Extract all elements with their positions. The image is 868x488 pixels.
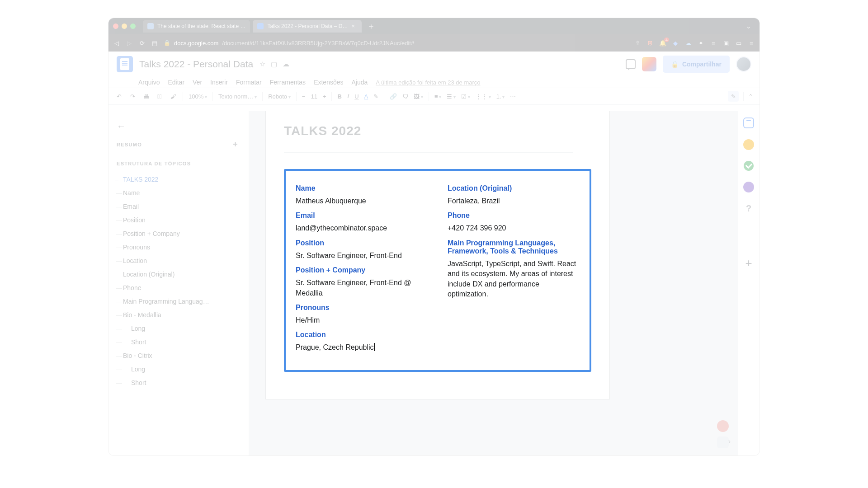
outline-item[interactable]: —Pronouns <box>115 240 240 254</box>
meet-icon[interactable] <box>642 57 656 71</box>
outline-item[interactable]: —Main Programming Languag… <box>115 295 240 308</box>
nav-back-icon[interactable]: ◁ <box>113 39 120 47</box>
document-page[interactable]: TALKS 2022 NameMatheus AlbuquerqueEmaill… <box>266 111 609 399</box>
keep-icon[interactable] <box>743 139 754 150</box>
close-tab-icon[interactable]: × <box>352 23 357 29</box>
fullscreen-window-icon[interactable] <box>130 23 136 29</box>
outline-panel: ← RESUMO + ESTRUTURA DE TÓPICOS TALKS 20… <box>108 111 249 455</box>
maps-icon[interactable]: ? <box>746 203 751 214</box>
redo-icon[interactable]: ↷ <box>128 92 137 100</box>
window-icon[interactable]: ▭ <box>735 39 742 47</box>
share-icon[interactable]: ⇧ <box>634 39 641 47</box>
menu-item[interactable]: Inserir <box>210 79 228 86</box>
field-value: +420 724 396 920 <box>448 223 580 233</box>
outline-item[interactable]: —Short <box>115 335 240 349</box>
editing-mode-icon[interactable]: ✎ <box>728 91 739 102</box>
document-canvas[interactable]: TALKS 2022 NameMatheus AlbuquerqueEmaill… <box>249 111 738 455</box>
outline-item[interactable]: —Name <box>115 186 240 200</box>
extensions-icon[interactable]: ▤ <box>151 39 158 47</box>
link-icon[interactable]: 🔗 <box>390 93 397 100</box>
font-size-increase[interactable]: + <box>323 93 326 100</box>
menu-item[interactable]: Ferramentas <box>270 79 306 86</box>
italic-icon[interactable]: I <box>347 93 349 100</box>
browser-tab-active[interactable]: Talks 2022 - Personal Data – D… × <box>253 20 361 33</box>
font-select[interactable]: Roboto <box>268 93 291 100</box>
contacts-icon[interactable] <box>743 182 754 192</box>
highlight-color-icon[interactable]: ✎ <box>373 93 378 100</box>
font-size-value[interactable]: 11 <box>311 93 317 100</box>
account-avatar[interactable] <box>736 56 751 72</box>
style-select[interactable]: Texto norm… <box>218 93 257 100</box>
addons-plus-icon[interactable]: + <box>745 256 752 270</box>
google-docs-logo[interactable] <box>117 56 133 72</box>
chevron-up-icon[interactable]: ⌃ <box>748 93 753 100</box>
shield-icon[interactable]: ⛨ <box>646 39 654 47</box>
outline-item[interactable]: —Phone <box>115 281 240 295</box>
font-size-decrease[interactable]: − <box>302 93 306 100</box>
last-edit-text[interactable]: A última edição foi feita em 23 de março <box>376 79 480 86</box>
outline-item[interactable]: —Position <box>115 213 240 227</box>
document-title[interactable]: Talks 2022 - Personal Data <box>139 59 253 70</box>
url-field[interactable]: 🔒 docs.google.com/document/d/11ksEatfXiU… <box>164 40 628 47</box>
undo-icon[interactable]: ↶ <box>115 92 123 100</box>
align-icon[interactable]: ≡ <box>434 93 441 100</box>
outline-item[interactable]: —Email <box>115 200 240 213</box>
minimize-window-icon[interactable] <box>122 23 127 29</box>
reload-icon[interactable]: ⟳ <box>138 39 146 47</box>
more-icon[interactable]: ⋯ <box>510 93 516 100</box>
tab-title: Talks 2022 - Personal Data – D… <box>267 23 348 29</box>
outline-item[interactable]: —Long <box>115 322 240 335</box>
outline-item[interactable]: —Long <box>115 362 240 376</box>
outline-item[interactable]: —Location (Original) <box>115 267 240 281</box>
new-tab-button[interactable]: ＋ <box>364 21 378 32</box>
underline-icon[interactable]: U <box>354 93 359 100</box>
move-icon[interactable]: ▢ <box>271 60 277 68</box>
explore-badge-icon[interactable] <box>717 420 729 432</box>
bulleted-list-icon[interactable]: ⋮⋮ <box>476 93 491 100</box>
notification-icon[interactable]: 🔔4 <box>659 39 666 47</box>
add-summary-icon[interactable]: + <box>233 140 238 149</box>
menu-item[interactable]: Arquivo <box>138 79 160 86</box>
text-color-icon[interactable]: A <box>364 93 368 100</box>
bold-icon[interactable]: B <box>337 93 341 100</box>
outline-item[interactable]: —Short <box>115 376 240 389</box>
ext1-icon[interactable]: ◆ <box>672 39 679 47</box>
outline-item-label: Short <box>131 338 146 346</box>
line-spacing-icon[interactable]: ☰ <box>447 93 456 100</box>
pip-icon[interactable]: ▣ <box>722 39 730 47</box>
calendar-icon[interactable] <box>743 117 754 128</box>
puzzle-icon[interactable]: ✦ <box>697 39 704 47</box>
menu-item[interactable]: Extensões <box>314 79 343 86</box>
menu-item[interactable]: Ajuda <box>352 79 368 86</box>
url-host: docs.google.com <box>174 40 218 47</box>
numbered-list-icon[interactable]: 1. <box>496 93 505 100</box>
comment-icon[interactable]: 🗨 <box>402 93 408 100</box>
outline-item[interactable]: —Bio - Citrix <box>115 349 240 362</box>
menu-item[interactable]: Ver <box>193 79 202 86</box>
spellcheck-icon[interactable]: Ａ̲ <box>156 92 164 100</box>
outline-item[interactable]: —Position + Company <box>115 227 240 240</box>
print-icon[interactable]: 🖶 <box>142 92 150 100</box>
zoom-select[interactable]: 100% <box>189 93 207 100</box>
insert-image-icon[interactable]: 🖼 <box>414 93 423 100</box>
tasks-icon[interactable] <box>744 161 754 171</box>
paint-format-icon[interactable]: 🖌 <box>169 92 177 100</box>
outline-item[interactable]: —Location <box>115 254 240 267</box>
outline-back-icon[interactable]: ← <box>117 121 240 131</box>
outline-item[interactable]: —Bio - Medallia <box>115 308 240 322</box>
star-icon[interactable]: ☆ <box>259 60 265 68</box>
tabs-overflow-icon[interactable]: ⌄ <box>742 23 755 30</box>
menu-icon[interactable]: ≡ <box>748 39 755 47</box>
explore-button[interactable] <box>717 436 729 448</box>
outline-item[interactable]: TALKS 2022 <box>115 173 240 186</box>
checklist-icon[interactable]: ☑ <box>461 93 470 100</box>
menu-item[interactable]: Editar <box>168 79 184 86</box>
browser-tab-inactive[interactable]: The state of the state: React state … <box>143 20 250 33</box>
close-window-icon[interactable] <box>113 23 118 29</box>
ext2-icon[interactable]: ☁︎ <box>684 39 692 47</box>
comments-icon[interactable] <box>626 59 636 69</box>
chevron-right-icon[interactable]: › <box>728 437 731 446</box>
menu-item[interactable]: Formatar <box>236 79 262 86</box>
reader-icon[interactable]: ≡ <box>710 39 717 47</box>
share-button[interactable]: 🔒 Compartilhar <box>663 56 730 73</box>
